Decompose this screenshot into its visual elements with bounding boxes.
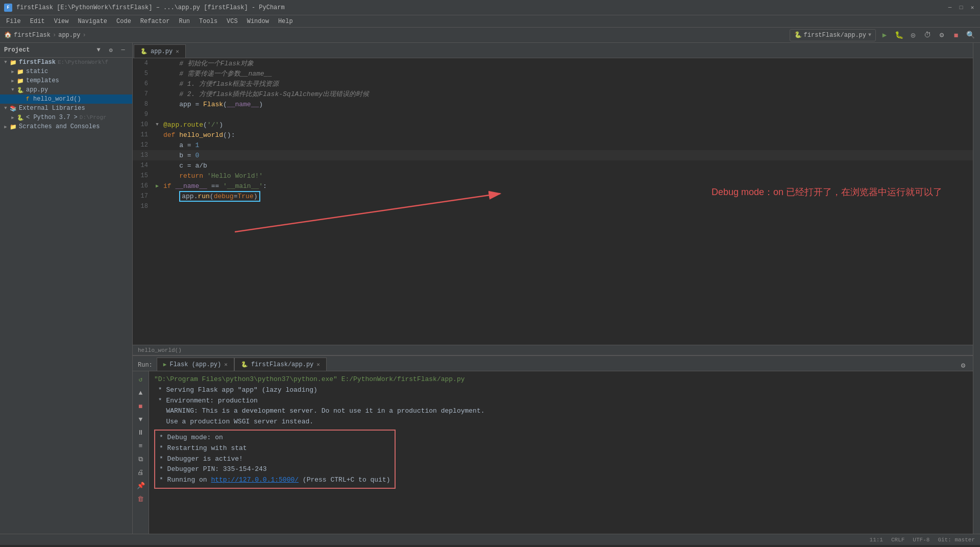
menu-file[interactable]: File	[2, 17, 25, 26]
bc-sep-2: ›	[82, 32, 86, 39]
maximize-button[interactable]: □	[958, 4, 965, 11]
run-tab-firstflask[interactable]: 🐍 firstFlask/app.py ✕	[234, 358, 327, 371]
menu-code[interactable]: Code	[112, 17, 135, 26]
scroll-down-button[interactable]: ▼	[135, 413, 147, 425]
tree-item-python[interactable]: ▶ 🐍 < Python 3.7 > D:\Progr	[0, 113, 132, 122]
stop-button[interactable]: ◼	[950, 30, 962, 41]
sidebar-close-button[interactable]: —	[118, 45, 128, 55]
coverage-button[interactable]: ◎	[908, 30, 919, 41]
expand-arrow-scratches: ▶	[2, 124, 9, 130]
tree-path-firstflask: E:\PythonWork\f	[58, 59, 108, 65]
app-icon: F	[4, 4, 12, 12]
tree-item-helloworld[interactable]: f hello_world()	[0, 94, 132, 104]
line-number-5: 5	[133, 70, 153, 77]
scroll-up-button[interactable]: ▲	[135, 387, 147, 399]
code-content-5: # 需要传递一个参数__name__	[161, 69, 973, 78]
code-line-7: 7 # 2. 方便flask插件比如Flask-SqlAlchemy出现错误的时…	[133, 89, 973, 99]
flask-url-link[interactable]: http://127.0.0.1:5000/	[211, 476, 299, 484]
menu-vcs[interactable]: VCS	[223, 17, 242, 26]
code-line-9: 9	[133, 109, 973, 120]
annotation-text: Debug mode：on 已经打开了，在浏览器中运行就可以了	[712, 187, 942, 197]
pause-button[interactable]: ⏸	[135, 426, 147, 439]
editor-tab-apppy[interactable]: 🐍 app.py ✕	[134, 44, 186, 58]
statusbar-right: 11:1 CRLF UTF-8 Git: master	[870, 537, 975, 543]
print-button[interactable]: 🖨	[135, 466, 147, 479]
run-toolbar-panel: ↺ ▲ ◼ ▼ ⏸ ≡ ⧉ 🖨 📌 🗑	[133, 371, 149, 534]
console-line-2: * Serving Flask app "app" (lazy loading)	[154, 385, 968, 396]
line-number-15: 15	[133, 172, 153, 179]
breadcrumb-project[interactable]: firstFlask	[14, 32, 51, 39]
run-tabs-list: Run: ▶ Flask (app.py) ✕ 🐍 firstFlask/app…	[134, 358, 327, 371]
code-line-13: 13 b = 0	[133, 150, 973, 160]
line-number-6: 6	[133, 80, 153, 87]
expand-arrow-python: ▶	[9, 115, 16, 121]
console-output: "D:\Program Files\python3\python37\pytho…	[149, 371, 973, 534]
sidebar-settings-button[interactable]: ⚙	[106, 45, 116, 55]
pin-button[interactable]: 📌	[135, 480, 147, 492]
run-button[interactable]: ▶	[879, 30, 890, 41]
run-settings-button[interactable]: ⚙	[958, 360, 969, 371]
folder-icon-scratches: 📁	[9, 123, 17, 131]
line-number-12: 12	[133, 141, 153, 149]
run-tabs-right: ⚙	[958, 360, 973, 371]
python-icon: 🐍	[16, 113, 24, 122]
tree-item-scratches[interactable]: ▶ 📁 Scratches and Consoles	[0, 122, 132, 131]
debug-marker-10: ▼	[153, 122, 161, 127]
tab-close-apppy[interactable]: ✕	[176, 48, 179, 55]
menu-refactor[interactable]: Refactor	[136, 17, 174, 26]
breadcrumb-file[interactable]: app.py	[58, 32, 80, 39]
run-tab-flask[interactable]: ▶ Flask (app.py) ✕	[157, 358, 234, 371]
tree-item-apppy[interactable]: ▼ 🐍 app.py	[0, 85, 132, 94]
tree-label-templates: templates	[26, 77, 59, 84]
sidebar-options-button[interactable]: ▼	[93, 45, 104, 55]
code-line-6: 6 # 1. 方便flask框架去寻找资源	[133, 79, 973, 89]
menu-tools[interactable]: Tools	[195, 17, 222, 26]
right-gutter	[973, 43, 980, 534]
tree-item-static[interactable]: ▶ 📁 static	[0, 67, 132, 76]
debug-button[interactable]: 🐛	[893, 30, 904, 41]
folder-icon-static: 📁	[16, 67, 24, 76]
tree-item-templates[interactable]: ▶ 📁 templates	[0, 76, 132, 85]
expand-arrow-static: ▶	[9, 69, 16, 75]
menu-edit[interactable]: Edit	[26, 17, 49, 26]
softrap-button[interactable]: ≡	[135, 440, 147, 452]
breadcrumb: 🏠 firstFlask › app.py ›	[4, 31, 86, 39]
editor-breadcrumb-bottom: hello_world()	[133, 345, 973, 355]
expand-arrow-apppy: ▼	[9, 87, 16, 92]
diff-button[interactable]: ⧉	[135, 453, 147, 465]
console-debug-1: * Debug mode: on	[159, 433, 390, 443]
console-line-4: WARNING: This is a development server. D…	[154, 406, 968, 417]
tree-item-extlibs[interactable]: ▼ 📚 External Libraries	[0, 104, 132, 113]
code-editor[interactable]: 4 # 初始化一个Flask对象 5 # 需要传递一个参数__name__ 6 …	[133, 58, 973, 345]
menu-navigate[interactable]: Navigate	[74, 17, 111, 26]
run-config-arrow[interactable]: ▼	[868, 32, 871, 38]
window-controls: ─ □ ✕	[946, 4, 976, 11]
expand-arrow-firstflask: ▼	[2, 60, 9, 65]
line-separator: CRLF	[891, 537, 904, 543]
rerun-button[interactable]: ↺	[135, 373, 147, 386]
line-number-11: 11	[133, 131, 153, 138]
menu-run[interactable]: Run	[175, 17, 194, 26]
stop-run-button[interactable]: ◼	[135, 400, 147, 412]
run-tab-close-flask[interactable]: ✕	[224, 361, 228, 368]
clear-button[interactable]: 🗑	[135, 493, 147, 505]
code-content-12: a = 1	[161, 141, 973, 149]
code-line-8: 8 app = Flask(__name__)	[133, 99, 973, 109]
menu-view[interactable]: View	[50, 17, 73, 26]
profile-button[interactable]: ⏱	[922, 30, 933, 41]
close-button[interactable]: ✕	[969, 4, 976, 11]
run-config-label[interactable]: firstFlask/app.py	[804, 32, 866, 39]
minimize-button[interactable]: ─	[946, 4, 953, 11]
run-tab-close-ff[interactable]: ✕	[316, 361, 320, 368]
tree-item-firstflask[interactable]: ▼ 📁 firstFlask E:\PythonWork\f	[0, 58, 132, 67]
tree-label-apppy: app.py	[26, 86, 48, 93]
menu-window[interactable]: Window	[243, 17, 273, 26]
library-icon: 📚	[9, 104, 17, 112]
function-icon-helloworld: f	[23, 95, 32, 103]
menu-help[interactable]: Help	[274, 17, 297, 26]
search-everywhere-button[interactable]: 🔍	[965, 30, 976, 41]
code-line-15: 15 return 'Hello World!'	[133, 171, 973, 181]
folder-icon-firstflask: 📁	[9, 58, 17, 66]
build-button[interactable]: ⚙	[936, 30, 947, 41]
code-line-10: 10 ▼ @app.route('/')	[133, 120, 973, 130]
